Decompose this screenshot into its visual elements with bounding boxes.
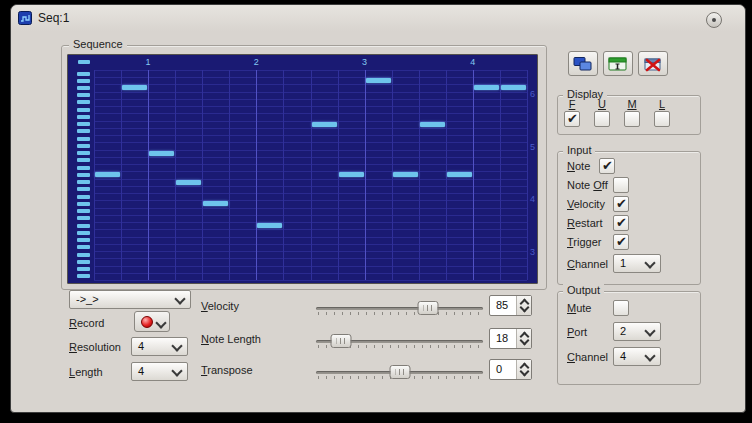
note-bar[interactable] bbox=[339, 172, 364, 177]
note-length-slider[interactable] bbox=[316, 332, 483, 350]
keyboard-mark bbox=[77, 115, 90, 119]
keyboard-mark bbox=[77, 137, 90, 141]
transpose-spinbox[interactable]: 0 bbox=[489, 359, 532, 380]
note-length-spinbox-value: 18 bbox=[496, 332, 508, 344]
note-bar[interactable] bbox=[176, 180, 201, 185]
keyboard-mark bbox=[77, 216, 90, 220]
input-note-off-checkbox[interactable] bbox=[613, 177, 629, 193]
resolution-combo[interactable]: 4 bbox=[131, 337, 188, 356]
display-option-f-label: F bbox=[564, 98, 580, 110]
octave-label: 6 bbox=[530, 89, 535, 99]
display-m-checkbox[interactable] bbox=[624, 111, 640, 127]
display-l-checkbox[interactable] bbox=[654, 111, 670, 127]
keyboard-mark bbox=[77, 144, 90, 148]
note-bar[interactable] bbox=[366, 78, 391, 83]
rename-module-button[interactable] bbox=[603, 51, 633, 76]
keyboard-mark bbox=[77, 100, 90, 104]
beat-line bbox=[148, 70, 149, 280]
beat-line bbox=[365, 70, 366, 280]
grid-vline bbox=[202, 70, 203, 280]
keyboard-mark bbox=[77, 260, 90, 264]
keyboard-mark bbox=[77, 166, 90, 170]
transpose-slider-handle[interactable] bbox=[389, 365, 410, 379]
keyboard-mark bbox=[77, 253, 90, 257]
keyboard-mark bbox=[77, 122, 90, 126]
velocity-slider-handle[interactable] bbox=[417, 301, 438, 315]
input-note-checkbox[interactable] bbox=[599, 158, 615, 174]
record-label: Record bbox=[69, 317, 104, 329]
grid-vline bbox=[311, 70, 312, 280]
note-length-slider-handle[interactable] bbox=[331, 334, 352, 348]
input-group-label: Input bbox=[563, 144, 595, 156]
length-label: Length bbox=[69, 366, 103, 378]
transpose-slider[interactable] bbox=[316, 363, 483, 381]
note-bar[interactable] bbox=[501, 85, 526, 90]
note-bar[interactable] bbox=[149, 151, 174, 156]
keyboard-mark bbox=[77, 180, 90, 184]
output-mute-checkbox[interactable] bbox=[613, 300, 629, 316]
note-bar[interactable] bbox=[312, 122, 337, 127]
octave-label: 5 bbox=[530, 142, 535, 152]
grid-vline bbox=[229, 70, 230, 280]
output-port-combo[interactable]: 2 bbox=[613, 322, 661, 341]
keyboard-mark bbox=[77, 151, 90, 155]
display-option-l-label: L bbox=[654, 98, 670, 110]
note-bar[interactable] bbox=[122, 85, 147, 90]
sequence-display[interactable]: 12346543 bbox=[67, 54, 538, 284]
transpose-spinbox-value: 0 bbox=[496, 363, 502, 375]
note-bar[interactable] bbox=[474, 85, 499, 90]
input-velocity-checkbox[interactable] bbox=[613, 196, 629, 212]
grid-vline bbox=[419, 70, 420, 280]
input-note-off-label: Note Off bbox=[567, 179, 608, 191]
delete-window-icon bbox=[642, 56, 664, 72]
note-bar[interactable] bbox=[447, 172, 472, 177]
velocity-spinbox[interactable]: 85 bbox=[489, 295, 532, 316]
output-group-label: Output bbox=[563, 284, 604, 296]
display-u-checkbox[interactable] bbox=[594, 111, 610, 127]
grid-vline bbox=[283, 70, 284, 280]
note-bar[interactable] bbox=[257, 223, 282, 228]
titlebar[interactable]: Seq:1 bbox=[11, 5, 745, 31]
pattern-combo[interactable]: ->_> bbox=[69, 290, 191, 309]
beat-label: 3 bbox=[355, 57, 375, 67]
chevron-down-icon bbox=[644, 350, 655, 361]
seq-app-icon bbox=[18, 11, 32, 25]
note-bar[interactable] bbox=[95, 172, 120, 177]
input-restart-checkbox[interactable] bbox=[613, 215, 629, 231]
detach-button[interactable] bbox=[706, 12, 722, 28]
note-length-spin-buttons[interactable] bbox=[516, 329, 531, 348]
delete-module-button[interactable] bbox=[638, 51, 668, 76]
note-length-spinbox[interactable]: 18 bbox=[489, 328, 532, 349]
length-combo[interactable]: 4 bbox=[131, 362, 188, 381]
grid-vline bbox=[500, 70, 501, 280]
note-bar[interactable] bbox=[420, 122, 445, 127]
grid-vline bbox=[121, 70, 122, 280]
output-channel-combo[interactable]: 4 bbox=[613, 347, 661, 366]
velocity-spin-buttons[interactable] bbox=[516, 296, 531, 315]
velocity-slider[interactable] bbox=[316, 299, 483, 317]
seq-window: Seq:1 Sequence 12346543 ->_> Record Reso… bbox=[10, 4, 746, 413]
transpose-label: Transpose bbox=[201, 364, 253, 376]
velocity-label: Velocity bbox=[201, 300, 239, 312]
sequence-group-label: Sequence bbox=[69, 38, 127, 50]
input-note-label: Note bbox=[567, 160, 590, 172]
display-f-checkbox[interactable] bbox=[564, 111, 580, 127]
input-velocity-label: Velocity bbox=[567, 198, 605, 210]
chevron-down-icon bbox=[644, 257, 655, 268]
chevron-down-icon bbox=[155, 317, 166, 328]
input-trigger-checkbox[interactable] bbox=[613, 234, 629, 250]
output-channel-combo-value: 4 bbox=[620, 350, 626, 362]
input-channel-combo[interactable]: 1 bbox=[613, 254, 661, 273]
display-option-u-label: U bbox=[594, 98, 610, 110]
note-bar[interactable] bbox=[393, 172, 418, 177]
keyboard-mark bbox=[77, 86, 90, 90]
keyboard-mark bbox=[77, 93, 90, 97]
keyboard-mark bbox=[77, 129, 90, 133]
record-button[interactable] bbox=[134, 311, 170, 332]
octave-label: 4 bbox=[530, 194, 535, 204]
detach-icon bbox=[712, 18, 716, 22]
output-channel-label: Channel bbox=[567, 351, 608, 363]
duplicate-module-button[interactable] bbox=[568, 51, 598, 76]
note-bar[interactable] bbox=[203, 201, 228, 206]
transpose-spin-buttons[interactable] bbox=[516, 360, 531, 379]
